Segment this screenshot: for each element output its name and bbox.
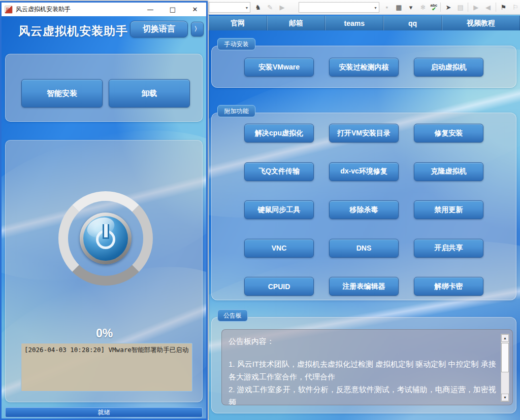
announcement-text: 公告板内容： 1. 风云IT技术团队，虚拟机去虚拟化过检测 虚拟机定制 驱动定制… — [229, 335, 497, 405]
kb-mouse-sync-button[interactable]: 键鼠同步工具 — [244, 200, 314, 219]
scroll-up-button[interactable]: ▲ — [501, 334, 509, 342]
background-ide-toolbar: ▼ ♞ ✎ ▶ ▼ ▪ ▦ ▾ ❄ abc✔ ➤ ▤ ▶ ◀ ⚑ ⚐ — [208, 0, 520, 15]
snowflake-icon[interactable]: ❄ — [418, 4, 428, 11]
progress-percent: 0% — [6, 327, 203, 340]
assistant-dialog-window: 风云虚拟机安装助手 — □ ✕ 风云虚拟机安装助手 切换语言 〉 智能安装 卸载 — [0, 1, 208, 420]
group-label-board: 公告板 — [217, 309, 248, 322]
nav-item-mail[interactable]: 邮箱 — [267, 16, 326, 30]
power-symbol-bar — [103, 224, 109, 239]
clone-vm-button[interactable]: 克隆虚拟机 — [414, 162, 483, 181]
uninstall-button[interactable]: 卸载 — [109, 79, 190, 108]
scroll-down-button[interactable]: ▼ — [501, 394, 509, 401]
spellcheck-icon[interactable]: abc✔ — [430, 4, 437, 11]
registry-editor-button[interactable]: 注册表编辑器 — [329, 277, 399, 296]
announcement-textbox[interactable]: 公告板内容： 1. 风云IT技术团队，虚拟机去虚拟化过检测 虚拟机定制 驱动定制… — [221, 329, 513, 405]
board-scrollbar[interactable]: ▲ ▼ — [501, 334, 509, 402]
dialog-header: 风云虚拟机安装助手 切换语言 〉 — [2, 16, 206, 53]
switch-language-button[interactable]: 切换语言 — [130, 21, 188, 38]
dialog-body: 风云虚拟机安装助手 切换语言 〉 智能安装 卸载 0% [2026-04-03 … — [2, 16, 206, 418]
dns-button[interactable]: DNS — [329, 239, 399, 258]
bookmark-outline-icon[interactable]: ⚐ — [511, 4, 520, 11]
unbind-card-key-button[interactable]: 解绑卡密 — [414, 277, 483, 296]
install-vmware-button[interactable]: 安装VMware — [244, 58, 314, 77]
maximize-button[interactable]: □ — [161, 3, 184, 16]
group-box-manual-install: 安装VMware 安装过检测内核 启动虚拟机 — [211, 46, 516, 88]
indent-icon[interactable]: ▶ — [471, 4, 480, 11]
ide-combobox-left[interactable]: ▼ — [209, 2, 250, 13]
scrollbar-thumb[interactable] — [501, 343, 509, 372]
nav-item-video-tutorial[interactable]: 视频教程 — [442, 16, 520, 30]
screen: ▼ ♞ ✎ ▶ ▼ ▪ ▦ ▾ ❄ abc✔ ➤ ▤ ▶ ◀ ⚑ ⚐ 官网 邮箱… — [0, 0, 520, 420]
dx-vc-env-repair-button[interactable]: dx-vc环境修复 — [329, 162, 399, 181]
dropdown-arrow-icon: ▼ — [245, 6, 248, 10]
smart-install-button[interactable]: 智能安装 — [21, 79, 103, 108]
group-box-board: 公告板内容： 1. 风云IT技术团队，虚拟机去虚拟化过检测 虚拟机定制 驱动定制… — [211, 317, 516, 413]
main-window: 官网 邮箱 teams qq 视频教程 手动安装 安装VMware 安装过检测内… — [209, 15, 520, 420]
window-layout-icon[interactable]: ▦ — [395, 4, 404, 11]
open-vm-install-dir-button[interactable]: 打开VM安装目录 — [329, 124, 399, 143]
dropdown-arrow-icon: ▼ — [374, 6, 377, 10]
copy-lines-icon[interactable]: ▤ — [456, 4, 465, 11]
group-box-extra-functions: 解决cpu虚拟化 打开VM安装目录 修复安装 飞Q文件传输 dx-vc环境修复 … — [211, 113, 516, 300]
list-dropdown-icon[interactable]: ▾ — [406, 4, 415, 11]
cpuid-button[interactable]: CPUID — [244, 277, 314, 296]
run-play-icon[interactable]: ▶ — [278, 4, 287, 11]
quick-actions-panel: 智能安装 卸载 — [5, 54, 203, 122]
toolbar-separator — [496, 3, 496, 12]
collapse-arrow-button[interactable]: 〉 — [191, 22, 204, 37]
toolbar-separator — [468, 3, 468, 12]
stop-icon[interactable]: ▪ — [382, 4, 392, 11]
dialog-titlebar[interactable]: 风云虚拟机安装助手 — □ ✕ — [2, 3, 206, 16]
power-button-icon[interactable] — [83, 216, 128, 261]
install-anti-detect-kernel-button[interactable]: 安装过检测内核 — [329, 58, 399, 77]
remove-antivirus-button[interactable]: 移除杀毒 — [329, 200, 399, 219]
status-panel: 0% [2026-04-03 10:28:20] VMware智能部署助手已启动 — [5, 140, 203, 402]
repair-install-button[interactable]: 修复安装 — [414, 124, 483, 143]
status-text: 就绪 — [98, 408, 110, 417]
start-vm-button[interactable]: 启动虚拟机 — [414, 58, 483, 77]
group-label-extra-functions: 附加功能 — [217, 105, 255, 117]
app-icon — [5, 6, 13, 14]
edit-pencil-icon[interactable]: ✎ — [266, 4, 275, 11]
nav-item-qq[interactable]: qq — [383, 16, 442, 30]
toolbar-separator — [440, 3, 441, 12]
group-label-manual-install: 手动安装 — [217, 38, 255, 50]
fix-cpu-virtualization-button[interactable]: 解决cpu虚拟化 — [244, 124, 314, 143]
top-nav-bar: 官网 邮箱 teams qq 视频教程 — [209, 16, 520, 30]
feiq-file-transfer-button[interactable]: 飞Q文件传输 — [244, 162, 314, 181]
log-output-box[interactable]: [2026-04-03 10:28:20] VMware智能部署助手已启动 — [21, 343, 192, 392]
ide-combobox-right[interactable]: ▼ — [299, 2, 379, 13]
close-button[interactable]: ✕ — [184, 3, 206, 16]
minimize-button[interactable]: — — [139, 3, 161, 16]
vnc-button[interactable]: VNC — [244, 239, 314, 258]
app-title: 风云虚拟机安装助手 — [18, 23, 128, 39]
log-line: [2026-04-03 10:28:20] VMware智能部署助手已启动 — [24, 346, 188, 354]
bookmark-icon[interactable]: ⚑ — [499, 4, 508, 11]
knight-icon[interactable]: ♞ — [253, 4, 263, 11]
nav-item-official-site[interactable]: 官网 — [209, 16, 267, 30]
enable-share-button[interactable]: 开启共享 — [414, 239, 483, 258]
dialog-title: 风云虚拟机安装助手 — [16, 5, 139, 14]
paste-cursor-icon[interactable]: ➤ — [444, 4, 453, 11]
disable-update-button[interactable]: 禁用更新 — [414, 200, 483, 219]
outdent-icon[interactable]: ◀ — [483, 4, 493, 11]
status-bar: 就绪 — [5, 407, 203, 417]
nav-item-teams[interactable]: teams — [325, 16, 383, 30]
